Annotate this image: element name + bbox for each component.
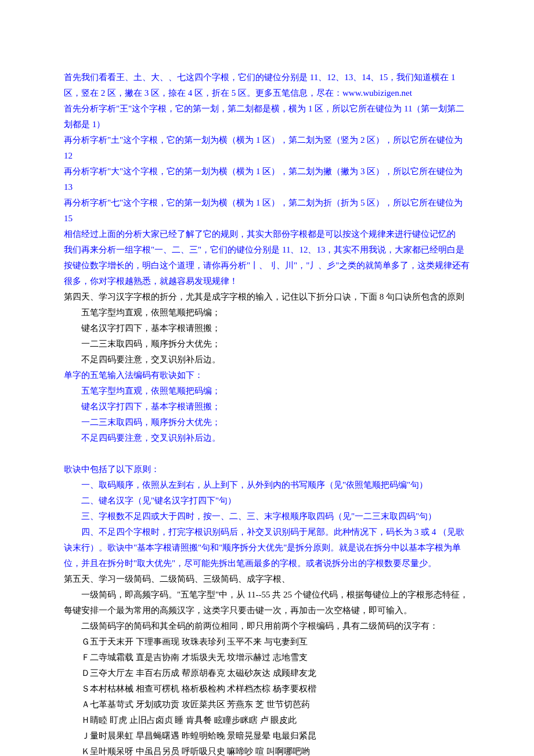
verse-a-1: 五笔字型均直观，依照笔顺把码编； xyxy=(64,305,470,321)
intro-p3: 再分析字析"土"这个字根，它的第一划为横（横为 1 区），第二划为竖（竖为 2 … xyxy=(64,132,470,164)
day5-p2: 二级简码字的简码和其全码的前两位相同，即只用前两个字根编码，具有二级简码的汉字有… xyxy=(64,618,470,634)
principle-1: 一、取码顺序，依照从左到右，从上到下，从外到内的书写顺序（见"依照笔顺把码编"句… xyxy=(64,477,470,493)
code-row-h: Ｈ睛睦 盯虎 止旧占卤贞 睡 肯具餐 眩瞳步眯瞎 卢 眼皮此 xyxy=(64,712,470,728)
code-row-k: Ｋ呈叶顺呆呀 中虽吕另员 呼听吸只史 嘛啼吵 喧 叫啊哪吧哟 xyxy=(64,744,470,756)
principles-title: 歌诀中包括了以下原则： xyxy=(64,462,470,477)
verse-b-1: 五笔字型均直观，依照笔顺把码编； xyxy=(64,383,470,399)
day5-p1: 一级简码，即高频字码。"五笔字型"中，从 11--55 共 25 个键位代码，根… xyxy=(64,587,470,618)
verse-b-3: 一二三末取四码，顺序拆分大优先； xyxy=(64,415,470,430)
code-row-a: Ａ七革基苛式 牙划或功贡 攻匠菜共区 芳燕东 芝 世节切芭药 xyxy=(64,697,470,712)
document-body: 首先我们看看王、土、大、、七这四个字根，它们的键位分别是 11、12、13、14… xyxy=(64,70,470,756)
intro-p2: 首先分析字析"王"这个字根，它的第一划，第二划都是横，横为 1 区，所以它所在键… xyxy=(64,101,470,132)
code-row-j: Ｊ量时晨果虹 早昌蝇曙遇 昨蝗明蛤晚 景暗晃显晕 电最归紧昆 xyxy=(64,728,470,744)
verse-a-2: 键名汉字打四下，基本字根请照搬； xyxy=(64,321,470,336)
intro-p7: 我们再来分析一组字根"一、二、三"，它们的键位分别是 11、12、13，其实不用… xyxy=(64,242,470,289)
code-row-f: Ｆ二寺城霜载 直是吉协南 才垢圾夫无 坟增示赫过 志地雪支 xyxy=(64,650,470,665)
day5-title: 第五天、学习一级简码、二级简码、三级简码、成字字根、 xyxy=(64,571,470,587)
principle-4: 四、不足四个字根时，打完字根识别码后，补交叉识别码于尾部。此种情况下，码长为 3… xyxy=(64,524,470,571)
principle-2: 二、键名汉字（见"键名汉字打四下"句） xyxy=(64,493,470,509)
day4-title: 第四天、学习汉字字根的折分，尤其是成字字根的输入，记住以下折分口诀，下面 8 句… xyxy=(64,289,470,305)
intro-p1: 首先我们看看王、土、大、、七这四个字根，它们的键位分别是 11、12、13、14… xyxy=(64,70,470,101)
code-row-d: Ｄ三夺大厅左 丰百右历成 帮原胡春克 太磁砂灰达 成顾肆友龙 xyxy=(64,665,470,681)
intro-p6: 相信经过上面的分析大家已经了解了它的规则，其实大部份字根都是可以按这个规律来进行… xyxy=(64,226,470,242)
intro-p5: 再分析字析"七"这个字根，它的第一划为横（横为 1 区），第二划为折（折为 5 … xyxy=(64,195,470,226)
verse-b-4: 不足四码要注意，交叉识别补后边。 xyxy=(64,430,470,446)
day4-subtitle-b: 单字的五笔输入法编码有歌诀如下： xyxy=(64,368,470,383)
intro-p4: 再分析字析"大"这个字根，它的第一划为横（横为 1 区），第二划为撇（撇为 3 … xyxy=(64,164,470,195)
principle-3: 三、字根数不足四或大于四时，按一、二、三、末字根顺序取四码（见"一二三末取四码"… xyxy=(64,509,470,524)
code-row-s: Ｓ本村枯林械 相查可楞机 格析极检构 术样档杰棕 杨李要权楷 xyxy=(64,681,470,697)
code-row-g: Ｇ五于天末开 下理事画现 玫珠表珍列 玉平不来 与屯妻到互 xyxy=(64,634,470,650)
verse-a-3: 一二三末取四码，顺序拆分大优先； xyxy=(64,336,470,352)
verse-a-4: 不足四码要注意，交叉识别补后边。 xyxy=(64,352,470,368)
verse-b-2: 键名汉字打四下，基本字根请照搬； xyxy=(64,399,470,415)
